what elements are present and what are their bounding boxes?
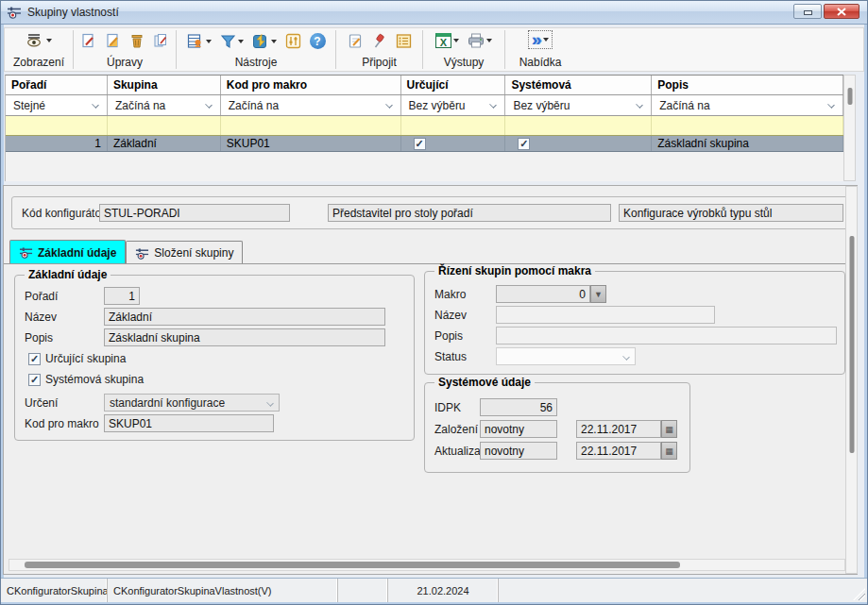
attach-note-button[interactable] xyxy=(345,31,366,51)
filter-operator-select[interactable]: Začíná na xyxy=(108,95,221,115)
pin-button[interactable] xyxy=(369,31,390,51)
chevron-down-icon xyxy=(205,101,213,109)
zalozeni-date-field[interactable]: 22.11.2017 xyxy=(576,420,661,438)
idpk-field[interactable]: 56 xyxy=(480,398,557,416)
filter-input[interactable] xyxy=(6,116,108,135)
app-window: Skupiny vlastností xyxy=(0,0,868,605)
filter-operator-select[interactable]: Bez výběru xyxy=(401,95,506,115)
detail-list-button[interactable] xyxy=(393,31,415,51)
column-header-systemova[interactable]: Systémová xyxy=(505,76,652,94)
help-button[interactable]: ? xyxy=(307,31,329,51)
konfigurator-popis-field[interactable]: Konfigurace výrobků typu stůl xyxy=(619,204,843,222)
filter-input[interactable] xyxy=(505,116,652,135)
panel-vertical-scrollbar[interactable] xyxy=(845,186,858,574)
makro-lookup-button[interactable]: ▼ xyxy=(590,285,606,303)
tab-zakladni-udaje[interactable]: Základní údaje xyxy=(9,240,126,264)
view-button[interactable] xyxy=(24,31,55,50)
actions-button[interactable] xyxy=(249,31,280,51)
kod-pro-makro-field[interactable]: SKUP01 xyxy=(104,414,274,432)
close-icon xyxy=(837,8,846,16)
table-row-selected[interactable]: 1 Základní SKUP01 ✓ ✓ Záskladní skupina xyxy=(6,136,843,152)
nazev-label: Název xyxy=(25,311,57,324)
filter-input[interactable] xyxy=(652,116,843,135)
toolbar-group-label: Výstupy xyxy=(444,56,485,70)
urceni-label: Určení xyxy=(25,396,58,410)
minimize-button[interactable] xyxy=(793,4,822,19)
column-header-poradi[interactable]: Pořadí xyxy=(6,76,108,94)
popis-field[interactable]: Záskladní skupina xyxy=(104,328,385,346)
groupbox-title: Řízení skupin pomocí makra xyxy=(434,264,595,277)
titlebar[interactable]: Skupiny vlastností xyxy=(1,1,867,25)
record-list-icon xyxy=(187,33,204,49)
filter-operator-select[interactable]: Bez výběru xyxy=(505,95,652,115)
toolbar-group-nastroje: ? Nástroje xyxy=(177,28,335,71)
cell-skupina: Základní xyxy=(108,136,221,151)
aktualizace-date-field[interactable]: 22.11.2017 xyxy=(576,442,661,460)
filter-input[interactable] xyxy=(108,116,221,135)
cell-poradi: 1 xyxy=(6,136,108,151)
makro-field[interactable]: 0 xyxy=(496,285,590,303)
aktualizace-user-field[interactable]: novotny xyxy=(480,442,557,460)
settings-button[interactable] xyxy=(282,31,304,51)
scrollbar-thumb[interactable] xyxy=(847,88,852,105)
status-date: 21.02.2024 xyxy=(388,579,499,602)
column-header-popis[interactable]: Popis xyxy=(652,76,843,94)
edit-record-button[interactable] xyxy=(102,31,124,51)
filter-input[interactable] xyxy=(221,116,401,135)
urcujici-skupina-checkbox[interactable]: ✓ Určující skupina xyxy=(28,352,126,365)
help-icon: ? xyxy=(310,33,326,49)
close-button[interactable] xyxy=(824,4,859,19)
grid-vertical-scrollbar[interactable] xyxy=(843,75,856,181)
chevron-down-icon xyxy=(636,101,643,109)
new-record-button[interactable] xyxy=(77,31,99,51)
kod-konfiguratoru-field[interactable]: STUL-PORADI xyxy=(99,204,290,222)
filter-operator-select[interactable]: Začíná na xyxy=(221,95,401,115)
checkbox-checked-icon: ✓ xyxy=(518,138,530,150)
poradi-field[interactable]: 1 xyxy=(104,287,140,305)
status-label: Status xyxy=(434,350,467,363)
tab-icon xyxy=(135,246,149,260)
makro-popis-field[interactable] xyxy=(496,327,837,345)
filter-button[interactable] xyxy=(217,32,247,51)
column-header-kod-pro-makro[interactable]: Kod pro makro xyxy=(221,76,401,94)
configurator-header-box: Kód konfigurátoru STUL-PORADI Představit… xyxy=(11,196,848,229)
makro-nazev-field[interactable] xyxy=(496,306,715,324)
menu-button[interactable]: » xyxy=(529,31,553,48)
nazev-field[interactable]: Základní xyxy=(104,308,385,326)
toolbar-group-pripojit: Připojit xyxy=(336,28,422,71)
status-view-name: CKonfiguratorSkupinaVlastnost(V) xyxy=(108,579,338,602)
column-header-urcujici[interactable]: Určující xyxy=(401,76,506,94)
konfigurator-nazev-field[interactable]: Představitel pro stoly pořadí xyxy=(328,204,611,222)
scrollbar-thumb[interactable] xyxy=(849,236,854,453)
groupbox-title: Základní údaje xyxy=(25,268,111,281)
dropdown-caret-icon xyxy=(46,39,52,42)
printer-icon xyxy=(468,33,485,48)
filter-operator-select[interactable]: Začíná na xyxy=(652,95,843,115)
print-button[interactable] xyxy=(465,31,495,50)
column-header-skupina[interactable]: Skupina xyxy=(108,76,221,94)
status-bar: CKonfiguratorSkupinaVla CKonfiguratorSku… xyxy=(1,578,867,602)
systemova-skupina-checkbox[interactable]: ✓ Systémová skupina xyxy=(28,373,144,386)
zalozeni-calendar-button[interactable]: ▦ xyxy=(661,420,677,438)
toolbar: Zobrazení xyxy=(4,27,864,72)
scrollbar-thumb[interactable] xyxy=(25,562,680,568)
edit-document-icon xyxy=(105,33,121,49)
urceni-dropdown[interactable]: standardní konfigurace xyxy=(104,394,280,412)
records-button[interactable] xyxy=(184,31,214,51)
filter-input[interactable] xyxy=(401,116,506,135)
delete-record-button[interactable] xyxy=(127,31,147,51)
horizontal-scrollbar[interactable] xyxy=(9,559,845,571)
filter-operator-select[interactable]: Stejné xyxy=(6,95,108,115)
toolbar-group-label: Nabídka xyxy=(519,56,562,70)
checkbox-checked-icon: ✓ xyxy=(414,138,426,150)
export-excel-button[interactable]: X xyxy=(433,31,462,50)
aktualizace-calendar-button[interactable]: ▦ xyxy=(661,442,677,460)
note-edit-icon xyxy=(348,33,364,49)
zalozeni-user-field[interactable]: novotny xyxy=(480,420,557,438)
copy-record-button[interactable] xyxy=(150,31,172,51)
status-dropdown[interactable] xyxy=(496,347,636,365)
window-title: Skupiny vlastností xyxy=(27,6,119,19)
tab-slozeni-skupiny[interactable]: Složení skupiny xyxy=(126,241,243,264)
status-class-name: CKonfiguratorSkupinaVla xyxy=(1,579,108,602)
spin-icon: ▼ xyxy=(594,290,603,299)
